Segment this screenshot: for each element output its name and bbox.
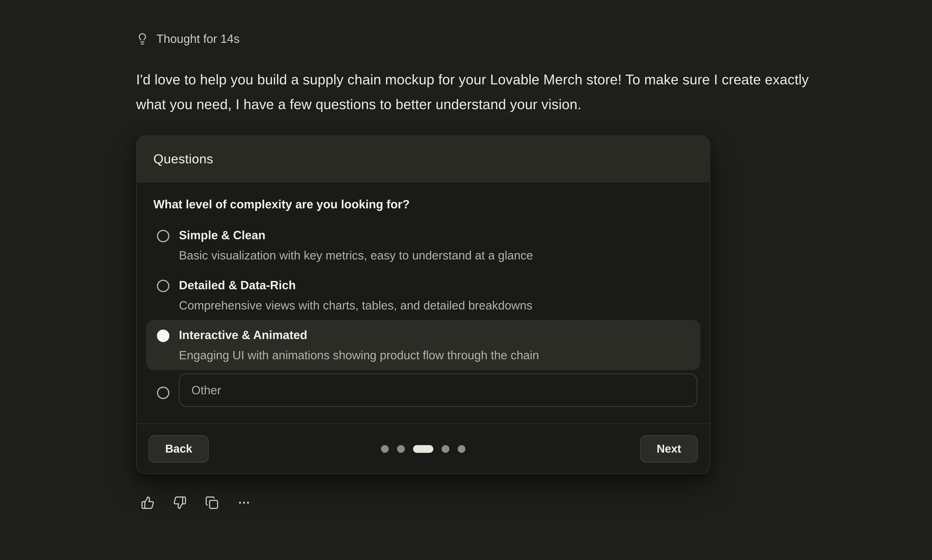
option-description: Comprehensive views with charts, tables,…	[179, 295, 533, 315]
message-actions	[141, 496, 837, 509]
option-text: Detailed & Data-Rich Comprehensive views…	[179, 275, 533, 315]
other-input[interactable]	[179, 374, 697, 407]
option-label: Simple & Clean	[179, 225, 533, 245]
radio-unselected-icon[interactable]	[157, 386, 169, 398]
radio-selected-icon[interactable]	[157, 330, 169, 342]
questions-card-body: What level of complexity are you looking…	[137, 182, 710, 423]
thumbs-up-button[interactable]	[141, 496, 154, 509]
option-simple-clean[interactable]: Simple & Clean Basic visualization with …	[146, 220, 700, 270]
option-label: Detailed & Data-Rich	[179, 275, 533, 295]
questions-card: Questions What level of complexity are y…	[136, 135, 710, 474]
card-title: Questions	[153, 151, 213, 166]
radio-unselected-icon[interactable]	[157, 230, 169, 242]
thumbs-down-button[interactable]	[173, 496, 187, 509]
option-other[interactable]	[146, 374, 700, 407]
assistant-message-text: I'd love to help you build a supply chai…	[136, 67, 829, 117]
progress-dot	[442, 445, 450, 452]
lightbulb-icon	[136, 32, 149, 45]
next-button[interactable]: Next	[640, 435, 698, 462]
progress-dot	[381, 445, 389, 452]
questions-card-header: Questions	[137, 136, 710, 182]
thumbs-up-icon	[141, 496, 154, 509]
assistant-message: Thought for 14s I'd love to help you bui…	[136, 0, 838, 509]
option-interactive-animated[interactable]: Interactive & Animated Engaging UI with …	[146, 320, 700, 370]
back-button[interactable]: Back	[149, 435, 209, 462]
card-footer: Back Next	[137, 423, 710, 473]
thought-label: Thought for 14s	[156, 32, 240, 46]
radio-unselected-icon[interactable]	[157, 280, 169, 292]
option-label: Interactive & Animated	[179, 325, 539, 345]
option-description: Engaging UI with animations showing prod…	[179, 345, 539, 365]
thumbs-down-icon	[173, 496, 187, 509]
thought-toggle[interactable]: Thought for 14s	[136, 0, 240, 46]
option-detailed-data-rich[interactable]: Detailed & Data-Rich Comprehensive views…	[146, 270, 700, 320]
progress-dot	[458, 445, 465, 452]
chat-panel: Thought for 14s I'd love to help you bui…	[0, 0, 932, 560]
option-text: Interactive & Animated Engaging UI with …	[179, 325, 539, 365]
option-text: Simple & Clean Basic visualization with …	[179, 225, 533, 266]
more-options-button[interactable]	[237, 496, 251, 509]
progress-dots	[381, 445, 465, 452]
progress-dot-active	[413, 445, 433, 452]
copy-button[interactable]	[205, 496, 219, 509]
copy-icon	[205, 496, 219, 509]
question-text: What level of complexity are you looking…	[153, 198, 693, 211]
progress-dot	[397, 445, 405, 452]
option-description: Basic visualization with key metrics, ea…	[179, 245, 533, 266]
more-options-icon	[237, 496, 251, 509]
